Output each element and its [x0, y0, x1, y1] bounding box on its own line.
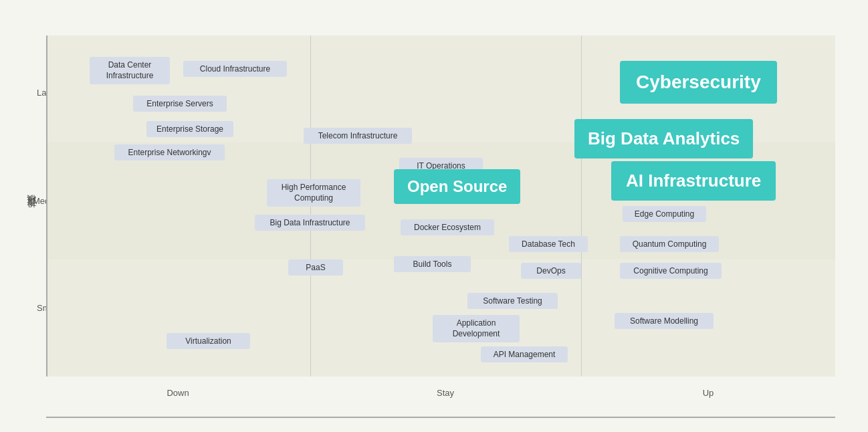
item-telecom: Telecom Infrastructure — [304, 128, 412, 144]
item-enterprise-storage: Enterprise Storage — [146, 121, 233, 137]
item-software-testing: Software Testing — [467, 293, 558, 309]
item-cloud-infra: Cloud Infrastructure — [183, 61, 287, 77]
item-open-source: Open Source — [394, 169, 520, 204]
y-axis-line — [46, 35, 47, 376]
chart-container: 投資規模 Large Medium Small Down Stay Up Dat… — [19, 15, 849, 417]
item-cognitive: Cognitive Computing — [620, 263, 722, 279]
y-axis-label: 投資規模 — [25, 210, 37, 215]
vline-stay-up — [581, 35, 582, 376]
item-database-tech: Database Tech — [509, 236, 588, 252]
x-label-stay: Stay — [437, 388, 454, 398]
item-big-data-infra: Big Data Infrastructure — [255, 215, 365, 231]
item-api-mgmt: API Management — [481, 346, 568, 362]
item-ai-infra: AI Infrastructure — [611, 161, 776, 201]
item-enterprise-networking: Enterprise Networkingv — [114, 144, 225, 160]
item-edge-computing: Edge Computing — [623, 206, 706, 222]
plot-area: Down Stay Up Data CenterInfrastructure C… — [46, 35, 835, 376]
item-enterprise-servers: Enterprise Servers — [133, 96, 227, 112]
x-label-down: Down — [167, 388, 189, 398]
item-software-modelling: Software Modelling — [615, 313, 714, 329]
item-app-dev: ApplicationDevelopment — [433, 315, 520, 342]
item-high-perf: High PerformanceComputing — [267, 179, 360, 207]
item-cybersecurity: Cybersecurity — [620, 61, 777, 104]
item-quantum: Quantum Computing — [620, 236, 719, 252]
item-big-data-analytics: Big Data Analytics — [574, 119, 753, 158]
x-axis-line — [46, 417, 835, 418]
item-docker: Docker Ecosystem — [401, 219, 494, 235]
item-build-tools: Build Tools — [394, 256, 471, 272]
item-devops: DevOps — [521, 263, 581, 279]
item-virtualization: Virtualization — [167, 333, 250, 349]
x-label-up: Up — [703, 388, 714, 398]
item-paas: PaaS — [288, 259, 343, 276]
item-data-center: Data CenterInfrastructure — [90, 57, 170, 84]
